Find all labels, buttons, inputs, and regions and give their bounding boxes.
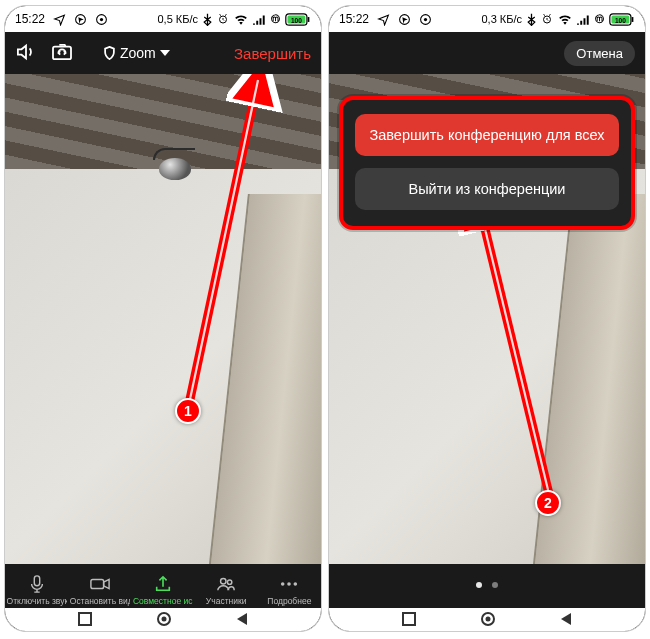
share-label-text: Совместное использование [133, 596, 193, 606]
android-nav-bar [329, 608, 645, 632]
chrome-icon [95, 13, 108, 26]
page-dot-active [476, 582, 482, 588]
svg-line-30 [479, 204, 549, 494]
paper-plane-icon [53, 13, 66, 26]
alarm-icon [541, 13, 553, 25]
leave-meeting-button[interactable]: Выйти из конференции [355, 168, 619, 210]
nav-recent-icon[interactable] [78, 612, 92, 630]
svg-rect-31 [403, 613, 415, 625]
nav-home-icon[interactable] [156, 611, 172, 631]
battery-icon: 100 [609, 13, 635, 26]
phone-frame-step2: 15:22 0,3 КБ/с [328, 5, 646, 632]
end-meeting-dialog: Завершить конференцию для всех Выйти из … [339, 96, 635, 230]
svg-rect-5 [308, 17, 310, 22]
svg-line-29 [479, 204, 549, 494]
nav-back-icon[interactable] [560, 612, 572, 630]
video-icon [90, 574, 110, 594]
zoom-toolbar: Zoom Завершить [5, 32, 321, 74]
alarm-icon [217, 13, 229, 25]
share-button[interactable]: Совместное использование [133, 574, 193, 606]
svg-rect-11 [34, 576, 39, 586]
battery-icon: 100 [285, 13, 311, 26]
status-time: 15:22 [339, 12, 369, 26]
svg-point-16 [288, 582, 292, 586]
svg-rect-26 [632, 17, 634, 22]
svg-text:100: 100 [615, 16, 626, 23]
switch-camera-icon[interactable] [51, 43, 73, 64]
svg-point-13 [221, 579, 226, 584]
shield-icon [103, 46, 116, 60]
nav-back-icon[interactable] [236, 612, 248, 630]
svg-rect-18 [79, 613, 91, 625]
zoom-bottom-bar: Отключить звук Остановить видео Совместн… [5, 564, 321, 608]
status-bar: 15:22 0,5 КБ/с [5, 6, 321, 32]
bluetooth-icon [527, 13, 536, 26]
svg-rect-12 [91, 579, 104, 588]
chrome-icon [419, 13, 432, 26]
data-rate: 0,3 КБ/с [481, 13, 522, 25]
more-icon [280, 574, 298, 594]
end-meeting-button[interactable]: Завершить [234, 45, 311, 62]
wifi-icon [558, 14, 572, 25]
svg-point-17 [294, 582, 298, 586]
browser-icon [398, 13, 411, 26]
door [209, 194, 321, 564]
share-icon [154, 574, 172, 594]
browser-icon [74, 13, 87, 26]
annotation-badge-1: 1 [175, 398, 201, 424]
speaker-icon[interactable] [15, 43, 37, 64]
mute-button[interactable]: Отключить звук [7, 574, 67, 606]
more-label-text: Подробнее [267, 596, 311, 606]
bluetooth-icon [203, 13, 212, 26]
video-preview[interactable]: 1 [5, 74, 321, 564]
status-time: 15:22 [15, 12, 45, 26]
bottom-area [329, 564, 645, 608]
cancel-button[interactable]: Отмена [564, 41, 635, 66]
participants-label-text: Участники [206, 596, 247, 606]
annotation-badge-1-label: 1 [184, 403, 192, 419]
page-indicator [329, 564, 645, 588]
svg-point-23 [424, 17, 427, 20]
nav-home-icon[interactable] [480, 611, 496, 631]
page-dot [492, 582, 498, 588]
end-for-all-button[interactable]: Завершить конференцию для всех [355, 114, 619, 156]
svg-point-33 [486, 616, 491, 621]
mute-label-text: Отключить звук [7, 596, 67, 606]
status-bar: 15:22 0,3 КБ/с [329, 6, 645, 32]
data-rate: 0,5 КБ/с [157, 13, 198, 25]
more-button[interactable]: Подробнее [259, 574, 319, 606]
annotation-badge-2-label: 2 [544, 495, 552, 511]
participants-icon [216, 574, 236, 594]
svg-point-15 [281, 582, 285, 586]
miui-icon: ⓜ [271, 13, 280, 26]
wifi-icon [234, 14, 248, 25]
paper-plane-icon [377, 13, 390, 26]
stop-video-button[interactable]: Остановить видео [70, 574, 130, 606]
participants-button[interactable]: Участники [196, 574, 256, 606]
signal-icon [253, 14, 266, 25]
zoom-label-dropdown[interactable]: Zoom [103, 45, 170, 61]
svg-point-20 [162, 616, 167, 621]
app-label-text: Zoom [120, 45, 156, 61]
annotation-badge-2: 2 [535, 490, 561, 516]
signal-icon [577, 14, 590, 25]
phone-frame-step1: 15:22 0,5 КБ/с [4, 5, 322, 632]
nav-recent-icon[interactable] [402, 612, 416, 630]
miui-icon: ⓜ [595, 13, 604, 26]
microphone-icon [29, 574, 45, 594]
light-fixture [153, 144, 197, 182]
svg-point-14 [228, 580, 232, 584]
dialog-top-bar: Отмена [329, 32, 645, 74]
stop-video-label-text: Остановить видео [70, 596, 130, 606]
chevron-down-icon [160, 50, 170, 56]
svg-text:100: 100 [291, 16, 302, 23]
android-nav-bar [5, 608, 321, 632]
svg-point-2 [100, 17, 103, 20]
